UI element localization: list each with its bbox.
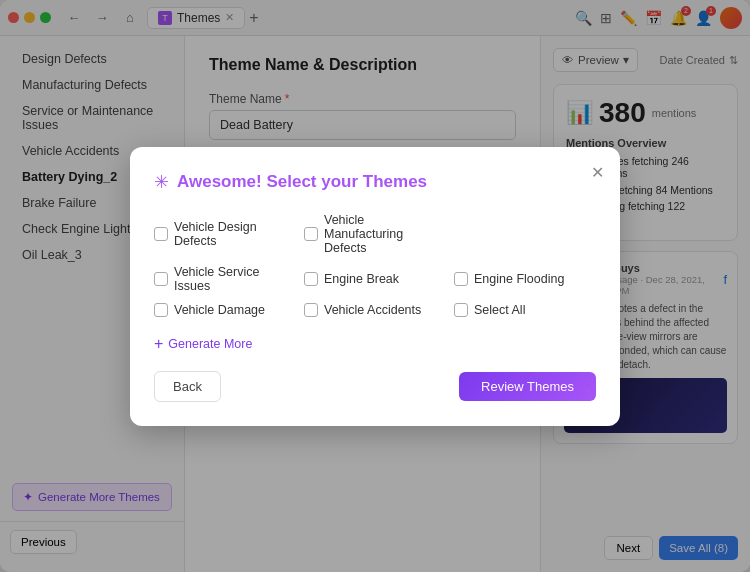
themes-grid: Vehicle Design Defects Vehicle Manufactu… — [154, 213, 596, 317]
checkbox-select-all[interactable] — [454, 303, 468, 317]
checkbox-vehicle-design-defects[interactable] — [154, 227, 168, 241]
modal-title: Awesome! Select your Themes — [177, 172, 427, 192]
checkbox-engine-break[interactable] — [304, 272, 318, 286]
modal-title-highlight: Themes — [363, 172, 427, 191]
theme-option-vehicle-damage[interactable]: Vehicle Damage — [154, 303, 296, 317]
theme-option-engine-break[interactable]: Engine Break — [304, 265, 446, 293]
select-themes-modal: ✳ Awesome! Select your Themes ✕ Vehicle … — [130, 147, 620, 426]
theme-option-vehicle-manufacturing-defects[interactable]: Vehicle Manufacturing Defects — [304, 213, 446, 255]
checkbox-vehicle-service-issues[interactable] — [154, 272, 168, 286]
theme-option-vehicle-accidents[interactable]: Vehicle Accidents — [304, 303, 446, 317]
theme-option-select-all[interactable]: Select All — [454, 303, 596, 317]
theme-option-vehicle-design-defects[interactable]: Vehicle Design Defects — [154, 213, 296, 255]
back-button[interactable]: Back — [154, 371, 221, 402]
refresh-icon[interactable]: ↻ — [583, 385, 596, 404]
checkbox-engine-flooding[interactable] — [454, 272, 468, 286]
modal-overlay[interactable]: ✳ Awesome! Select your Themes ✕ Vehicle … — [0, 0, 750, 572]
review-themes-button[interactable]: Review Themes — [459, 372, 596, 401]
modal-header: ✳ Awesome! Select your Themes — [154, 171, 596, 193]
modal-close-button[interactable]: ✕ — [591, 163, 604, 182]
modal-asterisk-icon: ✳ — [154, 171, 169, 193]
checkbox-vehicle-manufacturing-defects[interactable] — [304, 227, 318, 241]
theme-option-vehicle-service-issues[interactable]: Vehicle Service Issues — [154, 265, 296, 293]
theme-option-engine-flooding[interactable]: Engine Flooding — [454, 265, 596, 293]
checkbox-vehicle-damage[interactable] — [154, 303, 168, 317]
checkbox-vehicle-accidents[interactable] — [304, 303, 318, 317]
modal-footer: Back Review Themes — [154, 371, 596, 402]
generate-more-link[interactable]: + Generate More — [154, 335, 596, 353]
plus-icon: + — [154, 335, 163, 353]
